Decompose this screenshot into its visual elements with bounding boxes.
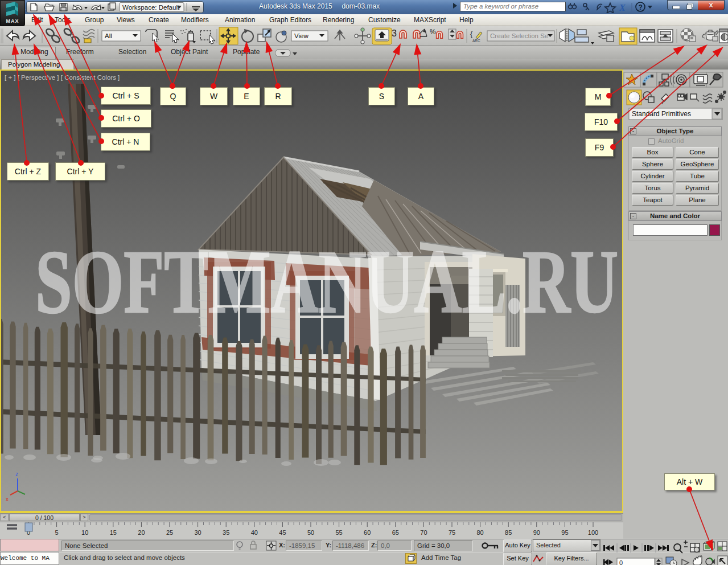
svg-text:35: 35 <box>223 529 229 536</box>
svg-text:%: % <box>430 28 436 36</box>
svg-text:3: 3 <box>392 28 397 38</box>
svg-text:z: z <box>15 471 18 477</box>
svg-text:Create Selection Se: Create Selection Se <box>490 32 548 39</box>
svg-text:50: 50 <box>307 529 314 536</box>
svg-text:Standard Primitives: Standard Primitives <box>632 110 691 118</box>
svg-text:60: 60 <box>364 529 371 536</box>
svg-text:X: X <box>619 3 626 13</box>
svg-text:100: 100 <box>588 529 598 536</box>
svg-text:5: 5 <box>55 529 59 536</box>
svg-text:x: x <box>6 496 9 502</box>
svg-text:20: 20 <box>138 529 145 536</box>
svg-text:10: 10 <box>81 529 88 536</box>
svg-text:View: View <box>294 32 309 39</box>
svg-text:All: All <box>105 32 112 39</box>
svg-text:30: 30 <box>194 529 201 536</box>
svg-text:85: 85 <box>505 529 512 536</box>
svg-text:Workspace: Default: Workspace: Default <box>122 4 180 11</box>
svg-text:80: 80 <box>476 529 483 536</box>
svg-text:75: 75 <box>449 529 455 536</box>
svg-text:?: ? <box>639 3 643 11</box>
svg-text:15: 15 <box>110 529 117 536</box>
svg-text:ARC: ARC <box>472 39 480 43</box>
svg-text:70: 70 <box>420 529 427 536</box>
svg-text:90: 90 <box>533 529 540 536</box>
svg-text:45: 45 <box>279 529 286 536</box>
svg-text:25: 25 <box>166 529 173 536</box>
svg-text:95: 95 <box>561 529 568 536</box>
svg-text:{: { <box>470 30 473 38</box>
svg-text:0: 0 <box>619 559 623 565</box>
svg-text:40: 40 <box>251 529 258 536</box>
svg-text:55: 55 <box>335 529 342 536</box>
svg-text:65: 65 <box>392 529 399 536</box>
svg-text:SOFTMANUAL.RU: SOFTMANUAL.RU <box>35 232 618 331</box>
